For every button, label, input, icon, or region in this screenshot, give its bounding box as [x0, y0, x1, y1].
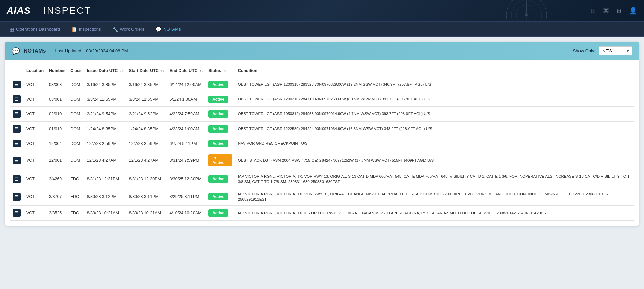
- panel-title: NOTAMs: [24, 48, 46, 54]
- row-action-cell: ☰: [10, 188, 24, 206]
- status-badge: Active: [208, 209, 228, 217]
- inspections-icon: 📋: [71, 27, 77, 32]
- row-detail-button[interactable]: ☰: [13, 95, 21, 103]
- row-issue-date: 3/16/24 3:35PM: [84, 77, 126, 92]
- status-badge: Active: [208, 175, 228, 183]
- col-start-date[interactable]: Start Date UTC ↑↓: [126, 65, 167, 77]
- condition-text: OBST TOWER LGT (ASR 1200318) 283323.70N0…: [238, 82, 431, 86]
- col-class: Class: [68, 65, 84, 77]
- row-issue-date: 8/30/23 10:21AM: [84, 206, 126, 221]
- nav-item-notams[interactable]: 💬 NOTAMs: [151, 25, 185, 34]
- row-detail-button[interactable]: ☰: [13, 125, 21, 133]
- nav-item-inspections[interactable]: 📋 Inspections: [67, 25, 106, 34]
- row-detail-button[interactable]: ☰: [13, 175, 21, 183]
- row-detail-button[interactable]: ☰: [13, 209, 21, 217]
- list-icon: ☰: [15, 177, 19, 182]
- nav-label-operations: Operations Dashboard: [16, 27, 60, 32]
- row-status: Active: [206, 206, 235, 221]
- row-action-cell: ☰: [10, 151, 24, 170]
- status-badge: In-Active: [208, 154, 232, 166]
- table-header: Location Number Class Issue Date UTC ↓= …: [10, 65, 634, 77]
- row-number: 01/019: [46, 122, 68, 136]
- notams-table: Location Number Class Issue Date UTC ↓= …: [10, 65, 634, 221]
- row-end-date: 4/22/24 7:59AM: [167, 107, 206, 122]
- app-header: AIAS INSPECT ⊞ ⌘ ⚙ 👤: [0, 0, 644, 22]
- list-icon: ☰: [15, 141, 19, 146]
- row-class: DOM: [68, 136, 84, 151]
- row-end-date: 8/30/25 12:30PM: [167, 170, 206, 188]
- nav-label-inspections: Inspections: [79, 27, 101, 32]
- row-condition: IAP VICTORIA RGNL, VICTORIA, TX. ILS OR …: [235, 206, 634, 221]
- row-status: Active: [206, 136, 235, 151]
- col-end-date[interactable]: End Date UTC ↑↓: [167, 65, 206, 77]
- logo-main-text: AIAS: [7, 5, 31, 16]
- nav-label-workorders: Work Orders: [120, 27, 144, 32]
- row-detail-button[interactable]: ☰: [13, 157, 21, 164]
- user-icon[interactable]: 👤: [629, 7, 637, 15]
- status-badge: Active: [208, 96, 228, 103]
- compass-decoration: [476, 0, 577, 22]
- col-issue-date[interactable]: Issue Date UTC ↓=: [84, 65, 126, 77]
- row-start-date: 2/21/24 9:52PM: [126, 107, 167, 122]
- show-only-label: Show Only:: [573, 48, 595, 53]
- workorders-icon: 🔧: [112, 27, 118, 32]
- show-only-select[interactable]: NEW ALL ACTIVE INACTIVE: [599, 46, 632, 55]
- row-end-date: 3/31/24 7:59PM: [167, 151, 206, 170]
- table-row: ☰ VCT 12/004 DOM 12/7/23 2:59PM 12/7/23 …: [10, 136, 634, 151]
- row-number: 12/004: [46, 136, 68, 151]
- row-issue-date: 12/1/23 4:27AM: [84, 151, 126, 170]
- row-number: 3/3525: [46, 206, 68, 221]
- row-number: 03/001: [46, 92, 68, 107]
- table-row: ☰ VCT 01/019 DOM 1/24/24 8:35PM 1/24/24 …: [10, 122, 634, 136]
- row-end-date: 6/14/24 12:00AM: [167, 77, 206, 92]
- settings-icon[interactable]: ⚙: [616, 7, 622, 15]
- row-action-cell: ☰: [10, 92, 24, 107]
- list-icon: ☰: [15, 97, 19, 102]
- row-start-date: 12/1/23 4:27AM: [126, 151, 167, 170]
- row-status: Active: [206, 122, 235, 136]
- row-detail-button[interactable]: ☰: [13, 81, 21, 88]
- notams-table-wrapper: Location Number Class Issue Date UTC ↓= …: [5, 60, 639, 226]
- logo-sub-text: INSPECT: [43, 5, 91, 16]
- condition-text: OBST TOWER LGT (ASR 1200316) 284710.40N0…: [238, 97, 430, 101]
- nav-item-operations[interactable]: ▦ Operations Dashboard: [5, 25, 65, 34]
- condition-text: OBST TOWER LGT (ASR 1222589) 284224.90N0…: [238, 127, 432, 131]
- row-end-date: 8/29/25 3:11PM: [167, 188, 206, 206]
- row-class: FDC: [68, 188, 84, 206]
- condition-text: IAP VICTORIA RGNL, VICTORIA, TX. VOR RWY…: [238, 192, 608, 201]
- col-status[interactable]: Status ↑↓: [206, 65, 235, 77]
- row-start-date: 3/16/24 3:35PM: [126, 77, 167, 92]
- table-row: ☰ VCT 02/010 DOM 2/21/24 9:54PM 2/21/24 …: [10, 107, 634, 122]
- row-location: VCT: [24, 122, 46, 136]
- list-icon: ☰: [15, 158, 19, 163]
- row-detail-button[interactable]: ☰: [13, 110, 21, 118]
- row-location: VCT: [24, 151, 46, 170]
- row-condition: OBST STACK LGT (ASN 2004-ASW-4715-OE) 28…: [235, 151, 634, 170]
- grid-icon[interactable]: ⊞: [590, 7, 596, 15]
- row-condition: OBST TOWER LGT (ASR 1050312) 284953.90N0…: [235, 107, 634, 122]
- table-row: ☰ VCT 03/003 DOM 3/16/24 3:35PM 3/16/24 …: [10, 77, 634, 92]
- app-logo: AIAS INSPECT: [7, 5, 91, 17]
- row-issue-date: 2/21/24 9:54PM: [84, 107, 126, 122]
- row-start-date: 8/30/23 3:11PM: [126, 188, 167, 206]
- list-icon: ☰: [15, 111, 19, 116]
- row-detail-button[interactable]: ☰: [13, 140, 21, 147]
- nav-item-workorders[interactable]: 🔧 Work Orders: [108, 25, 149, 34]
- row-end-date: 4/23/24 1:00AM: [167, 122, 206, 136]
- row-issue-date: 8/30/23 3:12PM: [84, 188, 126, 206]
- gamepad-icon[interactable]: ⌘: [603, 7, 609, 15]
- condition-text: OBST TOWER LGT (ASR 1050312) 284953.90N0…: [238, 112, 430, 116]
- row-status: In-Active: [206, 151, 235, 170]
- svg-point-8: [525, 14, 528, 16]
- row-start-date: 1/24/24 8:35PM: [126, 122, 167, 136]
- status-badge: Active: [208, 193, 228, 200]
- row-issue-date: 12/7/23 2:59PM: [84, 136, 126, 151]
- show-only-select-wrapper: NEW ALL ACTIVE INACTIVE ▼: [599, 46, 632, 55]
- main-content: 💬 NOTAMs – Last Updated: 03/29/2024 04:0…: [0, 37, 644, 289]
- row-detail-button[interactable]: ☰: [13, 193, 21, 201]
- table-row: ☰ VCT 3/3525 FDC 8/30/23 10:21AM 8/30/23…: [10, 206, 634, 221]
- separator: –: [49, 48, 51, 53]
- table-row: ☰ VCT 12/001 DOM 12/1/23 4:27AM 12/1/23 …: [10, 151, 634, 170]
- sort-issue-date-icon: ↓=: [120, 69, 124, 73]
- nav-label-notams: NOTAMs: [163, 27, 181, 32]
